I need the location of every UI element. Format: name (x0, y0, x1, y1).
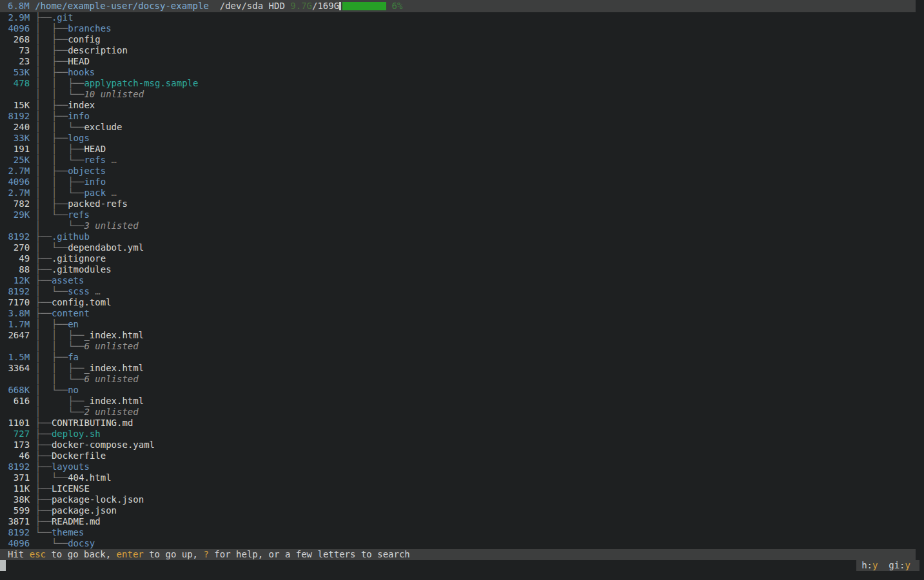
entry-size: 88 (3, 264, 35, 275)
flag: h:y (861, 560, 878, 570)
tree-row[interactable]: 38K ├──package-lock.json (3, 494, 924, 505)
tree-branch-lines: ├── (35, 440, 52, 450)
tree-branch-lines: │ └── (35, 242, 68, 253)
tree-row[interactable]: 240 │ │ └──exclude (3, 122, 924, 133)
tree-row[interactable]: 371 │ └──404.html (3, 472, 924, 483)
entry-size: 1.7M (3, 319, 35, 329)
tree-row[interactable]: 8192 │ ├──info (3, 111, 924, 122)
tree-row[interactable]: 270 │ └──dependabot.yml (3, 242, 924, 253)
tree-row[interactable]: 3871 ├──README.md (3, 516, 924, 527)
tree-row[interactable]: 11K ├──LICENSE (3, 483, 924, 494)
entry-name: scss (68, 286, 90, 296)
tree-row[interactable]: 29K │ └──refs (3, 209, 924, 220)
tree-row[interactable]: 668K │ └──no (3, 385, 924, 396)
tree-row[interactable]: 8192 ├──.github (3, 231, 924, 242)
tree-row[interactable]: 616 │ ├──_index.html (3, 396, 924, 407)
tree-branch-lines: │ ├── (35, 198, 68, 209)
tree-row[interactable]: 1.5M │ ├──fa (3, 352, 924, 363)
tree-row[interactable]: 782 │ ├──packed-refs (3, 198, 924, 209)
entry-name: .github (52, 231, 90, 242)
tree-row[interactable]: 7170 ├──config.toml (3, 297, 924, 308)
entry-name: no (68, 385, 79, 395)
key-hint: ? (203, 549, 208, 559)
entry-size (3, 407, 35, 417)
tree-branch-lines: ├── (35, 483, 52, 494)
tree-row[interactable]: 478 │ │ ├──applypatch-msg.sample (3, 78, 924, 89)
tree-branch-lines: │ │ └── (35, 374, 84, 384)
entry-name: 404.html (68, 472, 111, 483)
status-text: to go up, (144, 549, 204, 559)
entry-name: index (68, 100, 95, 110)
tree-row[interactable]: 46 ├──Dockerfile (3, 450, 924, 461)
file-tree: 2.9M ├──.git 4096 │ ├──branches 268 │ ├─… (0, 12, 924, 549)
entry-size: 478 (3, 78, 35, 88)
entry-name: deploy.sh (52, 429, 101, 439)
disk-used: 9.7G (290, 1, 312, 11)
tree-row[interactable]: 15K │ ├──index (3, 100, 924, 111)
tree-row[interactable]: 3.8M ├──content (3, 308, 924, 319)
tree-row[interactable]: 1.7M │ ├──en (3, 319, 924, 330)
tree-row[interactable]: 73 │ ├──description (3, 45, 924, 56)
tree-row[interactable]: 4096 │ │ ├──info (3, 177, 924, 188)
entry-size: 11K (3, 483, 35, 494)
status-text: Hit (8, 549, 30, 559)
entry-name: package-lock.json (52, 494, 144, 505)
tree-row[interactable]: 599 ├──package.json (3, 505, 924, 516)
entry-name: info (84, 177, 106, 187)
tree-row[interactable]: 8192 │ └──scss … (3, 286, 924, 297)
tree-branch-lines: │ ├── (35, 56, 68, 66)
tree-row[interactable]: 33K │ ├──logs (3, 133, 924, 144)
tree-row[interactable]: 8192 ├──layouts (3, 461, 924, 472)
tree-branch-lines: │ │ └── (35, 89, 84, 99)
entry-size (3, 374, 35, 384)
flag-label: h: (861, 560, 872, 570)
current-dir-size: 6.8M (8, 1, 30, 11)
entry-name: package.json (52, 505, 117, 516)
tree-row[interactable]: 191 │ │ ├──HEAD (3, 144, 924, 155)
tree-row[interactable]: 173 ├──docker-compose.yaml (3, 440, 924, 450)
tree-branch-lines: └── (35, 527, 52, 537)
entry-name: layouts (52, 461, 90, 472)
tree-branch-lines: │ │ └── (35, 122, 84, 132)
disk-usage-marker (339, 2, 341, 10)
tree-branch-lines: │ ├── (35, 111, 68, 121)
tree-branch-lines: ├── (35, 516, 52, 527)
tree-row[interactable]: 8192 └──themes (3, 527, 924, 538)
collapsed-ellipsis: … (106, 188, 117, 198)
tree-branch-lines: │ └── (35, 385, 68, 395)
disk-total: /169G (312, 1, 339, 11)
tree-row[interactable]: 727 ├──deploy.sh (3, 429, 924, 440)
entry-size: 599 (3, 505, 35, 516)
entry-size: 53K (3, 67, 35, 77)
tree-row[interactable]: 88 ├──.gitmodules (3, 264, 924, 275)
entry-name: en (68, 319, 79, 329)
tree-row[interactable]: 2.7M │ ├──objects (3, 166, 924, 177)
broot-terminal: 6.8M/home/example-user/docsy-example/dev… (0, 0, 924, 580)
entry-name: themes (52, 527, 84, 537)
tree-branch-lines: │ └── (35, 407, 84, 417)
tree-row[interactable]: 23 │ ├──HEAD (3, 56, 924, 67)
entry-size: 2.7M (3, 166, 35, 176)
entry-name: branches (68, 23, 111, 34)
tree-row[interactable]: 49 ├──.gitignore (3, 253, 924, 264)
tree-row[interactable]: 2647 │ │ ├──_index.html (3, 330, 924, 341)
tree-row[interactable]: 4096 └──docsy (3, 538, 924, 549)
tree-row[interactable]: 4096 │ ├──branches (3, 23, 924, 34)
search-input-row[interactable]: h:ygi:y (0, 560, 924, 571)
tree-row[interactable]: 2.7M │ │ └──pack … (3, 188, 924, 198)
tree-row[interactable]: 2.9M ├──.git (3, 12, 924, 23)
entry-size (3, 220, 35, 231)
tree-row[interactable]: 12K ├──assets (3, 275, 924, 286)
tree-row[interactable]: 268 │ ├──config (3, 34, 924, 45)
tree-branch-lines: │ └── (35, 220, 84, 231)
entry-size: 2.7M (3, 188, 35, 198)
entry-name: LICENSE (52, 483, 90, 494)
tree-branch-lines: ├── (35, 429, 52, 439)
tree-row[interactable]: 25K │ │ └──refs … (3, 155, 924, 166)
key-hint: esc (30, 549, 46, 559)
tree-row[interactable]: 3364 │ │ ├──_index.html (3, 363, 924, 374)
tree-row[interactable]: 1101 ├──CONTRIBUTING.md (3, 418, 924, 429)
entry-size: 23 (3, 56, 35, 66)
entry-size: 270 (3, 242, 35, 253)
tree-row[interactable]: 53K │ ├──hooks (3, 67, 924, 78)
